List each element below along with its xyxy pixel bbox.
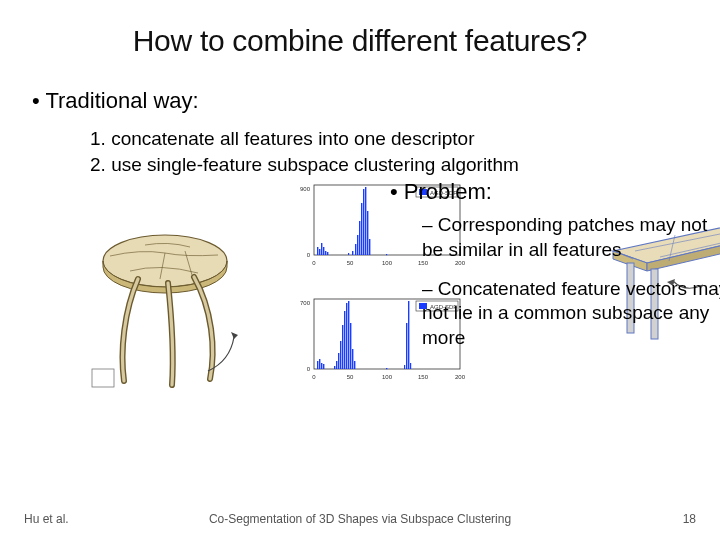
footer-center: Co-Segmentation of 3D Shapes via Subspac… (0, 512, 720, 526)
svg-text:900: 900 (300, 186, 311, 192)
svg-text:0: 0 (312, 374, 316, 380)
svg-rect-18 (348, 253, 349, 255)
svg-rect-21 (357, 235, 358, 255)
svg-rect-50 (348, 301, 349, 369)
round-table-illustration (90, 221, 240, 391)
svg-text:50: 50 (347, 374, 354, 380)
svg-rect-46 (340, 341, 341, 369)
svg-rect-39 (317, 361, 318, 369)
problem-item-1: Corresponding patches may not be similar… (422, 213, 720, 262)
svg-rect-45 (338, 353, 339, 369)
svg-rect-27 (369, 239, 370, 255)
svg-rect-52 (352, 349, 353, 369)
svg-rect-19 (352, 251, 353, 255)
svg-rect-41 (321, 363, 322, 369)
svg-rect-48 (344, 311, 345, 369)
svg-rect-12 (317, 247, 318, 255)
svg-rect-13 (319, 249, 320, 255)
svg-rect-1 (92, 369, 114, 387)
svg-rect-25 (365, 187, 366, 255)
problem-item-2: Concatenated feature vectors may not lie… (422, 277, 720, 351)
svg-text:700: 700 (300, 300, 311, 306)
bullet-traditional: Traditional way: (32, 88, 670, 114)
svg-text:200: 200 (455, 374, 466, 380)
svg-text:50: 50 (347, 260, 354, 266)
svg-rect-40 (319, 359, 320, 369)
svg-rect-22 (359, 221, 360, 255)
svg-rect-47 (342, 325, 343, 369)
step-2: use single-feature subspace clustering a… (90, 152, 670, 178)
svg-rect-24 (363, 189, 364, 255)
svg-rect-26 (367, 211, 368, 255)
svg-rect-49 (346, 303, 347, 369)
svg-rect-51 (350, 323, 351, 369)
svg-text:0: 0 (307, 366, 311, 372)
svg-text:150: 150 (418, 374, 429, 380)
svg-rect-44 (336, 361, 337, 369)
slide-title: How to combine different features? (0, 0, 720, 58)
svg-rect-55 (404, 365, 405, 369)
footer: Hu et al. Co-Segmentation of 3D Shapes v… (0, 512, 720, 526)
svg-rect-20 (355, 244, 356, 255)
svg-text:0: 0 (312, 260, 316, 266)
svg-rect-28 (386, 254, 387, 255)
step-1: concatenate all features into one descri… (90, 126, 670, 152)
svg-rect-54 (386, 368, 387, 369)
numbered-steps: concatenate all features into one descri… (90, 126, 670, 177)
svg-text:100: 100 (382, 374, 393, 380)
svg-rect-53 (354, 361, 355, 369)
svg-rect-23 (361, 203, 362, 255)
problem-column: Problem: Corresponding patches may not b… (390, 179, 720, 364)
svg-rect-42 (323, 364, 324, 369)
svg-rect-43 (334, 366, 335, 369)
svg-rect-16 (325, 251, 326, 255)
svg-rect-15 (323, 247, 324, 255)
body: Traditional way: concatenate all feature… (0, 58, 720, 445)
svg-text:0: 0 (307, 252, 311, 258)
svg-rect-14 (321, 243, 322, 255)
svg-rect-17 (327, 252, 328, 255)
bullet-problem: Problem: (390, 179, 720, 205)
